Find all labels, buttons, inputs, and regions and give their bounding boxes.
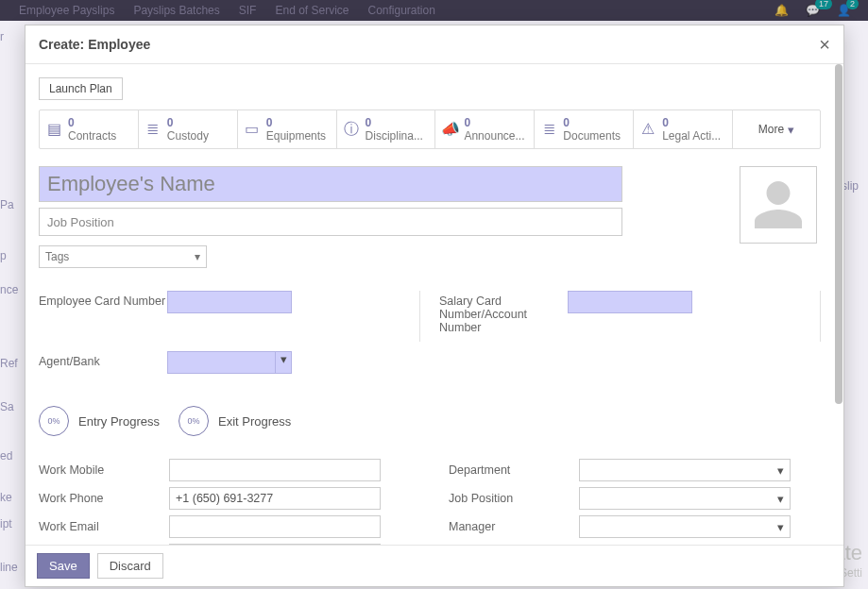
manager-select[interactable]: ▾ (579, 515, 791, 538)
work-mobile-input[interactable] (169, 459, 381, 481)
scrollbar-thumb[interactable] (835, 64, 842, 404)
field-row: Manager▾ (449, 515, 821, 538)
bg-text: ipt (0, 517, 19, 530)
chat-badge: 17 (815, 0, 832, 9)
chevron-down-icon: ▾ (777, 492, 784, 506)
work-location-input[interactable] (169, 544, 381, 545)
chevron-down-icon: ▾ (275, 352, 291, 373)
bg-menubar: Employee Payslips Payslips Batches SIF E… (0, 0, 868, 21)
field-label: Work Email (39, 520, 169, 533)
info-icon: ⓘ (343, 122, 360, 137)
tags-select[interactable]: Tags ▾ (39, 245, 207, 268)
bg-text: p (0, 249, 19, 262)
launch-plan-button[interactable]: Launch Plan (39, 77, 123, 100)
modal-title: Create: Employee (39, 37, 150, 52)
chat-icon: 💬17 (806, 4, 820, 17)
field-label: Job Position (449, 492, 579, 505)
field-label: Department (449, 463, 579, 477)
bg-text: r (0, 30, 19, 43)
bg-menu-item: Payslips Batches (133, 4, 219, 17)
chevron-down-icon: ▾ (777, 463, 784, 478)
department-select[interactable]: ▾ (579, 459, 791, 481)
scrollbar[interactable] (834, 64, 843, 545)
bg-text: ed (0, 449, 19, 463)
stat-button-legalacti[interactable]: ⚠0Legal Acti... (634, 110, 733, 148)
save-button[interactable]: Save (37, 553, 90, 579)
user-icon: 👤2 (837, 4, 851, 17)
bg-text: ke (0, 491, 19, 504)
list-icon: ≣ (540, 122, 557, 137)
bg-text: nce (0, 283, 19, 296)
bg-menu-item: Configuration (368, 4, 435, 17)
bg-text: Ref (0, 357, 19, 370)
employee-card-label: Employee Card Number (39, 291, 167, 308)
stat-label: Custody (167, 129, 209, 143)
horn-icon: 📣 (441, 122, 458, 137)
field-row: Job Position▾ (449, 487, 821, 510)
bg-text: line (0, 561, 19, 574)
stat-count: 0 (662, 116, 721, 129)
stat-count: 0 (464, 116, 524, 129)
bg-text: Sa (0, 400, 19, 413)
exit-progress-value: 0% (187, 416, 199, 426)
stat-count: 0 (563, 116, 621, 129)
bg-text: slip (842, 179, 868, 193)
stat-buttons: ▤0Contracts≣0Custody▭0Equipmentsⓘ0Discip… (39, 109, 821, 149)
bg-menu-item: Employee Payslips (19, 4, 114, 17)
field-row: Department▾ (449, 459, 821, 481)
entry-progress-circle[interactable]: 0% (39, 406, 69, 436)
warn-icon: ⚠ (639, 122, 656, 137)
field-label: Manager (449, 520, 579, 533)
discard-button[interactable]: Discard (97, 553, 163, 579)
work-phone-input[interactable] (169, 487, 381, 510)
salary-card-label: Salary Card Number/Account Number (439, 291, 568, 334)
exit-progress-circle[interactable]: 0% (179, 406, 209, 436)
agent-bank-select[interactable]: ▾ (167, 351, 292, 374)
bg-menu-item: End of Service (275, 4, 349, 17)
avatar[interactable] (740, 166, 817, 244)
stat-button-equipments[interactable]: ▭0Equipments (238, 110, 337, 148)
chevron-down-icon: ▾ (788, 123, 794, 137)
stat-count: 0 (167, 116, 209, 129)
salary-card-input[interactable] (568, 291, 692, 313)
divider (419, 291, 420, 342)
modal-footer: Save Discard (26, 545, 843, 586)
job-position-select[interactable]: ▾ (579, 487, 791, 510)
user-badge: 2 (846, 0, 859, 9)
book-icon: ▤ (45, 122, 62, 137)
stat-button-documents[interactable]: ≣0Documents (535, 110, 634, 148)
stat-button-custody[interactable]: ≣0Custody (139, 110, 238, 148)
agent-bank-label: Agent/Bank (39, 351, 167, 368)
more-label: More (758, 123, 784, 136)
job-position-input[interactable] (39, 208, 622, 236)
stat-label: Documents (563, 129, 621, 143)
field-row: Work Location (39, 544, 411, 545)
exit-progress-label: Exit Progress (218, 414, 291, 429)
field-label: Work Phone (39, 492, 169, 505)
entry-progress-value: 0% (47, 416, 60, 426)
field-row: Work Phone (39, 487, 411, 510)
divider (820, 291, 821, 342)
field-row: Work Mobile (39, 459, 411, 481)
stat-label: Contracts (68, 129, 116, 143)
stat-button-announce[interactable]: 📣0Announce... (435, 110, 535, 148)
modal-header: Create: Employee × (26, 25, 843, 64)
bg-text: Pa (0, 198, 19, 211)
stat-count: 0 (68, 116, 116, 129)
create-employee-modal: Create: Employee × Launch Plan ▤0Contrac… (25, 25, 844, 587)
chevron-down-icon: ▾ (195, 250, 200, 263)
entry-progress-label: Entry Progress (78, 414, 160, 429)
field-row: Work Email (39, 515, 411, 538)
chevron-down-icon: ▾ (777, 520, 784, 534)
stat-button-contracts[interactable]: ▤0Contracts (40, 110, 139, 148)
stat-count: 0 (366, 116, 423, 129)
employee-name-input[interactable] (39, 166, 622, 202)
bg-menu-item: SIF (239, 4, 257, 17)
close-icon[interactable]: × (819, 35, 830, 54)
stat-more-button[interactable]: More ▾ (733, 110, 820, 148)
employee-card-input[interactable] (167, 291, 292, 313)
work-email-input[interactable] (169, 515, 381, 538)
tablet-icon: ▭ (244, 122, 261, 137)
stat-button-disciplina[interactable]: ⓘ0Disciplina... (337, 110, 436, 148)
bell-icon: 🔔 (774, 4, 789, 17)
